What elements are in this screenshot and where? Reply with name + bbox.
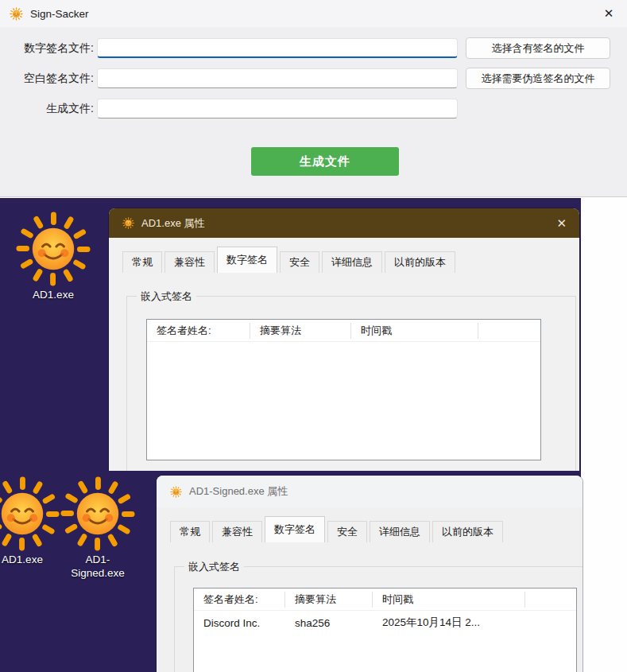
desktop-icon-label: AD1.exe — [0, 554, 60, 567]
choose-target-file-button[interactable]: 选择需要伪造签名的文件 — [466, 68, 610, 89]
tab-general[interactable]: 常规 — [170, 521, 210, 542]
group-label: 嵌入式签名 — [137, 289, 196, 304]
sun-icon — [170, 486, 182, 498]
column-signer-name[interactable]: 签名者姓名: — [147, 323, 250, 339]
field-row-output-file: 生成文件: — [0, 102, 94, 116]
window-title: Sign-Sacker — [30, 8, 89, 20]
table-row[interactable]: Discord Inc. sha256 2025年10月14日 2... — [194, 611, 576, 635]
column-digest-algorithm[interactable]: 摘要算法 — [250, 323, 351, 339]
properties-dialog-ad1-signed: AD1-Signed.exe 属性 常规 兼容性 数字签名 安全 详细信息 以前… — [157, 476, 582, 672]
tab-security[interactable]: 安全 — [280, 251, 319, 273]
tab-compatibility[interactable]: 兼容性 — [212, 521, 262, 542]
sun-icon — [15, 211, 91, 287]
dialog-title: AD1.exe 属性 — [141, 216, 204, 231]
tab-security[interactable]: 安全 — [327, 521, 367, 542]
desktop-icon-ad1-signed[interactable]: AD1-Signed.exe — [60, 476, 136, 581]
tab-details[interactable]: 详细信息 — [370, 521, 430, 542]
sun-icon — [10, 7, 23, 21]
group-label: 嵌入式签名 — [184, 560, 244, 574]
signer-name-cell: Discord Inc. — [194, 617, 285, 629]
embedded-signatures-group: 嵌入式签名 签名者姓名: 摘要算法 时间戳 Discord Inc. sha25… — [174, 566, 582, 672]
desktop-bottom: AD1.exe AD1-Signed.exe AD1-Signed.exe 属性… — [0, 471, 627, 672]
desktop-icon-label: AD1-Signed.exe — [60, 554, 136, 581]
output-file-input[interactable] — [97, 99, 458, 118]
blank-file-input[interactable] — [97, 68, 458, 88]
tab-strip: 常规 兼容性 数字签名 安全 详细信息 以前的版本 — [157, 516, 582, 542]
tab-digital-signatures[interactable]: 数字签名 — [217, 247, 277, 273]
dialog-title: AD1-Signed.exe 属性 — [189, 484, 288, 499]
close-icon[interactable]: ✕ — [590, 0, 627, 27]
desktop-icon-label: AD1.exe — [15, 289, 91, 302]
column-timestamp[interactable]: 时间戳 — [373, 592, 525, 608]
embedded-signatures-group: 嵌入式签名 签名者姓名: 摘要算法 时间戳 — [126, 296, 576, 471]
signature-list[interactable]: 签名者姓名: 摘要算法 时间戳 Discord Inc. sha256 2025… — [193, 588, 577, 672]
list-header: 签名者姓名: 摘要算法 时间戳 — [147, 320, 540, 342]
desktop-icon-ad1[interactable]: AD1.exe — [15, 211, 91, 302]
dialog-titlebar: AD1-Signed.exe 属性 — [157, 476, 582, 507]
sign-sacker-window: Sign-Sacker ✕ 数字签名文件: 选择含有签名的文件 空白签名文件: … — [0, 0, 627, 197]
dialog-titlebar: AD1.exe 属性 ✕ — [109, 208, 579, 238]
column-signer-name[interactable]: 签名者姓名: — [194, 592, 285, 608]
signature-list[interactable]: 签名者姓名: 摘要算法 时间戳 — [146, 319, 541, 460]
signed-file-input[interactable] — [97, 38, 458, 58]
tab-digital-signatures[interactable]: 数字签名 — [265, 516, 325, 542]
white-column — [581, 471, 627, 672]
tab-general[interactable]: 常规 — [122, 251, 162, 273]
desktop-icon-ad1[interactable]: AD1.exe — [0, 476, 60, 567]
tab-previous-versions[interactable]: 以前的版本 — [385, 251, 455, 273]
choose-signed-file-button[interactable]: 选择含有签名的文件 — [466, 37, 610, 59]
tab-compatibility[interactable]: 兼容性 — [164, 251, 215, 273]
sun-icon — [60, 476, 136, 552]
blank-file-label: 空白签名文件: — [0, 72, 94, 86]
close-icon[interactable]: ✕ — [556, 208, 567, 238]
sign-sacker-titlebar: Sign-Sacker ✕ — [0, 0, 627, 27]
output-file-label: 生成文件: — [0, 102, 94, 116]
list-header: 签名者姓名: 摘要算法 时间戳 — [194, 588, 576, 611]
timestamp-cell: 2025年10月14日 2... — [373, 616, 525, 630]
sun-icon — [122, 217, 134, 229]
properties-dialog-ad1: AD1.exe 属性 ✕ 常规 兼容性 数字签名 安全 详细信息 以前的版本 嵌… — [109, 208, 579, 471]
sun-icon — [0, 476, 60, 552]
white-column — [581, 198, 627, 471]
column-timestamp[interactable]: 时间戳 — [351, 323, 478, 339]
tab-strip: 常规 兼容性 数字签名 安全 详细信息 以前的版本 — [109, 247, 579, 273]
screenshot-root: Sign-Sacker ✕ 数字签名文件: 选择含有签名的文件 空白签名文件: … — [0, 0, 627, 672]
signed-file-label: 数字签名文件: — [0, 41, 94, 56]
tab-previous-versions[interactable]: 以前的版本 — [432, 521, 503, 542]
desktop-top: AD1.exe AD1.exe 属性 ✕ 常规 兼容性 数字签名 安全 详细信息… — [0, 198, 627, 471]
generate-file-button[interactable]: 生成文件 — [251, 147, 399, 176]
digest-algorithm-cell: sha256 — [285, 617, 373, 629]
field-row-blank-file: 空白签名文件: — [0, 72, 94, 86]
tab-details[interactable]: 详细信息 — [322, 251, 382, 273]
field-row-signed-file: 数字签名文件: — [0, 41, 94, 56]
column-digest-algorithm[interactable]: 摘要算法 — [285, 592, 373, 608]
